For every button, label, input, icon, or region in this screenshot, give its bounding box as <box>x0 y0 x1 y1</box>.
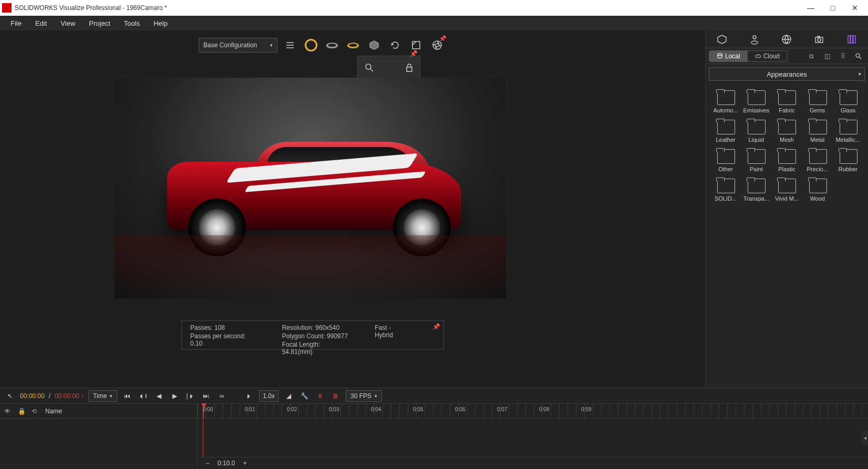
maximize-button[interactable]: □ <box>822 0 844 16</box>
loop-icon[interactable]: ∞ <box>216 390 228 402</box>
speed-dropdown[interactable]: 1.0x <box>259 390 278 402</box>
cut-icon[interactable]: ⏸ <box>314 390 326 402</box>
panel-expand-icon[interactable]: ⧉ <box>805 50 818 62</box>
list-icon[interactable] <box>282 37 298 54</box>
close-button[interactable]: ✕ <box>844 0 866 16</box>
aperture-icon[interactable]: 📌 <box>429 37 446 54</box>
panel-grid-icon[interactable]: ⠿ <box>836 50 849 62</box>
menu-view[interactable]: View <box>54 17 81 29</box>
timeline-ruler[interactable]: 0:000:010:020:030:040:050:060:070:080:09 <box>198 404 868 419</box>
selection-tool-icon[interactable] <box>303 37 319 54</box>
fps-dropdown[interactable]: 30 FPS▾ <box>346 390 382 402</box>
turntable-icon[interactable] <box>324 37 340 54</box>
play-icon[interactable]: ▶ <box>169 390 180 402</box>
svg-line-8 <box>370 69 373 71</box>
menu-file[interactable]: File <box>4 17 28 29</box>
folder-icon <box>808 148 827 164</box>
menu-edit[interactable]: Edit <box>29 17 53 29</box>
zoom-out-icon[interactable]: − <box>202 457 213 469</box>
search-icon[interactable] <box>852 50 865 62</box>
folder-item[interactable]: Leather <box>712 119 739 143</box>
menu-tools[interactable]: Tools <box>118 17 146 29</box>
folder-item[interactable]: Paint <box>742 148 770 172</box>
ease-icon[interactable]: ◢ <box>283 390 294 402</box>
folder-label: Transpa... <box>743 195 769 202</box>
panel-split-icon[interactable]: ◫ <box>821 50 833 62</box>
folder-item[interactable]: Metal <box>804 119 831 143</box>
folder-item[interactable]: Fabric <box>773 89 800 113</box>
visibility-icon[interactable]: 👁 <box>4 408 13 415</box>
configuration-dropdown[interactable]: Base Configuration ▾ <box>199 38 277 53</box>
pin-icon[interactable]: 📌 <box>410 50 418 57</box>
zoom-in-icon[interactable]: + <box>239 457 251 469</box>
folder-item[interactable]: Precio... <box>804 148 831 172</box>
folder-item[interactable]: Plastic <box>773 148 800 172</box>
render-status-panel: Passes: 108 Passes per second: 0.10 Reso… <box>181 320 444 350</box>
timeline-tracks[interactable]: 0:000:010:020:030:040:050:060:070:080:09… <box>198 404 868 469</box>
pin-icon[interactable]: 📌 <box>432 323 440 330</box>
folder-item[interactable]: Gems <box>804 89 831 113</box>
turntable-local-icon[interactable] <box>345 37 361 54</box>
tab-models[interactable] <box>706 30 738 48</box>
tab-cameras[interactable] <box>803 30 835 48</box>
time-mode-dropdown[interactable]: Time▾ <box>88 390 117 402</box>
folder-label: Leather <box>716 137 735 143</box>
minimize-button[interactable]: — <box>800 0 822 16</box>
zoom-fit-icon[interactable] <box>362 60 377 75</box>
keyframe-icon[interactable]: ⏵ <box>243 390 255 402</box>
folder-item[interactable]: Wood <box>804 178 831 202</box>
ruler-tick: 0:08 <box>539 407 549 412</box>
step-forward-icon[interactable]: ∣⏵ <box>184 390 196 402</box>
svg-rect-16 <box>848 36 850 43</box>
pin-icon[interactable]: 📌 <box>439 35 447 42</box>
play-reverse-icon[interactable]: ◀ <box>153 390 164 402</box>
folder-item[interactable]: Vivid M... <box>773 178 800 202</box>
folder-label: Metallic... <box>836 137 860 143</box>
source-local[interactable]: Local <box>709 51 748 61</box>
menu-help[interactable]: Help <box>147 17 174 29</box>
folder-icon <box>716 119 735 134</box>
arrow-tool-icon[interactable]: ↖ <box>4 390 16 402</box>
lock-icon[interactable] <box>402 60 417 75</box>
tab-scenes[interactable] <box>771 30 803 48</box>
folder-label: Fabric <box>779 107 795 113</box>
focal-label: Focal Length: 54.81(mm) <box>282 341 349 356</box>
viewport-toolbar: Base Configuration ▾ 📌 <box>199 37 446 54</box>
tab-library[interactable] <box>835 30 868 48</box>
menu-project[interactable]: Project <box>82 17 116 29</box>
go-start-icon[interactable]: ⏮ <box>121 390 133 402</box>
delete-key-icon[interactable]: 🗑 <box>330 390 342 402</box>
render-viewport[interactable] <box>115 78 506 298</box>
folder-item[interactable]: Automo... <box>712 89 739 113</box>
ruler-tick: 0:03 <box>329 407 339 412</box>
menubar: File Edit View Project Tools Help <box>0 16 868 30</box>
ruler-tick: 0:02 <box>287 407 297 412</box>
folder-item[interactable]: Mesh <box>773 119 800 143</box>
folder-item[interactable]: Glass <box>834 89 862 113</box>
folder-item[interactable]: SOLID... <box>712 178 739 202</box>
curve-icon[interactable]: ⟲ <box>32 408 40 415</box>
step-back-icon[interactable]: ⏴∣ <box>137 390 149 402</box>
cube-gray-icon[interactable] <box>366 37 383 54</box>
go-end-icon[interactable]: ⏭ <box>200 390 212 402</box>
render-mode-label: Fast - Hybrid <box>375 324 409 339</box>
source-toggle[interactable]: Local Cloud <box>709 50 788 62</box>
folder-item[interactable]: Emissives <box>742 89 770 113</box>
refresh-icon[interactable] <box>387 37 404 54</box>
collapse-panel-icon[interactable]: ◂ <box>862 430 868 446</box>
tab-appearances[interactable] <box>738 30 771 48</box>
folder-item[interactable]: Metallic... <box>834 119 862 143</box>
resolution-label: Resolution: 960x540 <box>282 324 349 331</box>
svg-point-20 <box>856 54 860 57</box>
ruler-tick: 0:09 <box>581 407 591 412</box>
zoom-time-label: 0:10.0 <box>218 460 235 467</box>
lock-icon[interactable]: 🔒 <box>18 408 26 415</box>
ruler-tick: 0:01 <box>245 407 255 412</box>
source-cloud[interactable]: Cloud <box>748 51 787 61</box>
folder-item[interactable]: Liquid <box>742 119 770 143</box>
folder-item[interactable]: Other <box>712 148 739 172</box>
category-dropdown[interactable]: Appearances ▾ <box>709 67 865 81</box>
folder-item[interactable]: Transpa... <box>742 178 770 202</box>
folder-item[interactable]: Rubber <box>834 148 862 172</box>
key-tool-icon[interactable]: 🔧 <box>298 390 310 402</box>
